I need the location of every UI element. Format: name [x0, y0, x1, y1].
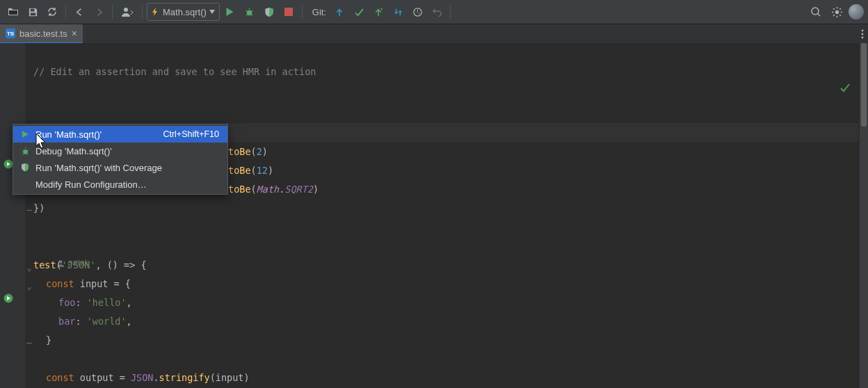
debug-icon	[20, 146, 30, 156]
run-configuration-dropdown[interactable]: Math.sqrt()	[147, 3, 220, 21]
editor-tabs: TS basic.test.ts ×	[0, 24, 868, 45]
code-line: }	[33, 331, 858, 350]
fold-marker[interactable]: ⌄	[26, 277, 33, 296]
code-line: test('JSON', () => {	[33, 256, 858, 275]
toolbar-separator	[302, 5, 303, 19]
typescript-icon: TS	[6, 29, 15, 38]
back-icon[interactable]	[70, 3, 88, 21]
editor-gutter	[0, 43, 25, 388]
svg-point-4	[812, 8, 819, 15]
svg-point-8	[862, 37, 864, 39]
code-line: // Edit an assertion and save to see HMR…	[33, 63, 858, 81]
forward-icon[interactable]	[90, 3, 108, 21]
mouse-cursor	[35, 132, 49, 150]
vertical-scrollbar[interactable]	[860, 43, 868, 388]
coverage-icon	[20, 163, 30, 172]
svg-point-6	[862, 30, 864, 32]
fold-marker[interactable]: –	[26, 200, 33, 219]
code-line: const output = JSON.stringify(input)	[33, 369, 858, 387]
run-icon	[20, 129, 30, 139]
tab-basic-test[interactable]: TS basic.test.ts ×	[0, 24, 83, 44]
menu-modify-config[interactable]: Modify Run Configuration…	[13, 176, 227, 193]
search-icon[interactable]	[807, 3, 825, 21]
code-line: })	[33, 199, 858, 218]
run-icon[interactable]	[221, 3, 239, 21]
author-annotation[interactable]: patak	[33, 101, 858, 120]
toolbar-separator	[112, 5, 113, 19]
right-toolbar	[807, 3, 864, 21]
fold-marker[interactable]: ⌄	[26, 258, 33, 277]
menu-coverage[interactable]: Run 'Math.sqrt()' with Coverage	[13, 159, 227, 176]
user-icon[interactable]	[117, 3, 138, 21]
toolbar-separator	[65, 5, 66, 19]
tab-filename: basic.test.ts	[19, 29, 67, 39]
debug-icon[interactable]	[241, 3, 259, 21]
menu-label: Modify Run Configuration…	[35, 179, 147, 190]
code-line: const input = {	[33, 275, 858, 293]
sync-icon[interactable]	[43, 3, 61, 21]
scroll-thumb[interactable]	[861, 43, 867, 127]
svg-point-0	[124, 8, 128, 12]
author-annotation[interactable]: patak	[33, 235, 858, 254]
git-push-icon[interactable]	[369, 3, 387, 21]
svg-point-5	[835, 10, 838, 13]
run-config-label: Math.sqrt()	[163, 7, 207, 17]
git-label: Git:	[312, 7, 326, 17]
svg-point-1	[247, 10, 252, 15]
git-commit-icon[interactable]	[350, 3, 368, 21]
stop-icon[interactable]	[280, 3, 298, 21]
git-update-icon[interactable]	[330, 3, 348, 21]
coverage-icon[interactable]	[260, 3, 278, 21]
user-avatar[interactable]	[849, 4, 864, 19]
code-line: foo: 'hello',	[33, 293, 858, 312]
settings-icon[interactable]	[828, 3, 846, 21]
lightning-icon	[150, 7, 160, 17]
tab-options-icon[interactable]	[861, 24, 864, 44]
menu-shortcut: Ctrl+Shift+F10	[163, 129, 219, 139]
open-icon[interactable]	[4, 3, 22, 21]
git-fetch-icon[interactable]	[389, 3, 407, 21]
menu-label: Run 'Math.sqrt()' with Coverage	[35, 163, 162, 173]
close-icon[interactable]: ×	[72, 29, 77, 38]
svg-point-13	[23, 149, 28, 154]
svg-point-7	[862, 33, 864, 35]
main-toolbar: Math.sqrt() Git:	[0, 0, 868, 24]
toolbar-separator	[450, 5, 451, 19]
git-history-icon[interactable]	[408, 3, 426, 21]
code-line: bar: 'world',	[33, 312, 858, 331]
toolbar-separator	[142, 5, 143, 19]
save-icon[interactable]	[24, 3, 42, 21]
svg-rect-2	[284, 8, 293, 16]
git-rollback-icon[interactable]	[428, 3, 446, 21]
blank-icon	[20, 179, 30, 189]
chevron-down-icon	[209, 10, 215, 14]
fold-marker[interactable]: –	[26, 333, 33, 352]
code-editor[interactable]: ⌄ – ⌄ ⌄ – // Edit an assertion and save …	[0, 43, 868, 388]
